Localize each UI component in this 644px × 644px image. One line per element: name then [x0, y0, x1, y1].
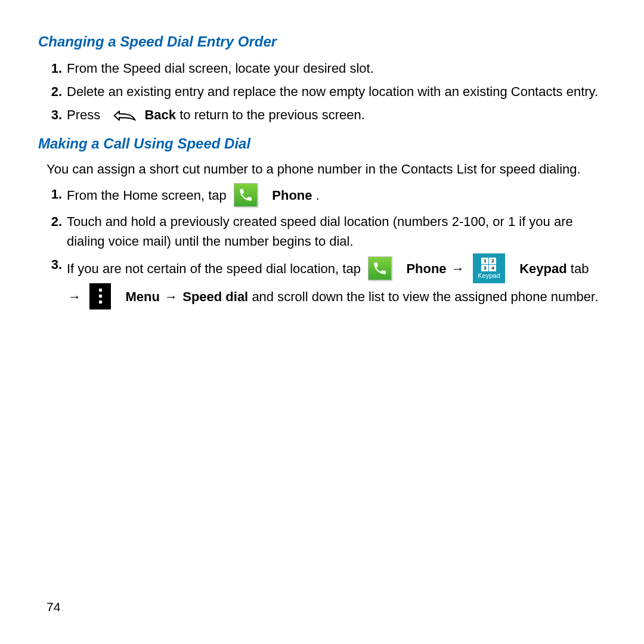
heading-making-call-speed-dial: Making a Call Using Speed Dial: [38, 135, 606, 152]
keypad-cell: 3: [481, 265, 488, 271]
step-number: 3.: [38, 255, 67, 274]
step-item: 3. Press Back to return to the previous …: [38, 105, 606, 125]
arrow-icon: →: [163, 289, 182, 304]
steps-list-section2: 1. From the Home screen, tap Phone . 2. …: [38, 184, 606, 311]
step-item: 2. Delete an existing entry and replace …: [38, 82, 606, 101]
step-text-pre: Press: [67, 107, 104, 122]
heading-changing-speed-dial-order: Changing a Speed Dial Entry Order: [38, 33, 606, 50]
menu-label: Menu: [126, 289, 160, 304]
step-text: From the Speed dial screen, locate your …: [67, 58, 606, 78]
step-text-post: to return to the previous screen.: [179, 107, 365, 122]
manual-page: Changing a Speed Dial Entry Order 1. Fro…: [0, 0, 644, 644]
phone-icon: [234, 183, 258, 207]
step-number: 2.: [38, 82, 67, 101]
keypad-tab-label: Keypad: [519, 261, 566, 276]
step-text: Press Back to return to the previous scr…: [67, 105, 606, 125]
step-text-pre: From the Home screen, tap: [67, 188, 230, 203]
keypad-label: Keypad: [478, 273, 500, 279]
step-item: 1. From the Speed dial screen, locate yo…: [38, 58, 606, 78]
arrow-icon: →: [67, 289, 86, 304]
tab-word: tab: [571, 261, 589, 276]
step-text: Touch and hold a previously created spee…: [67, 212, 606, 251]
step-number: 3.: [38, 105, 67, 125]
menu-icon: [89, 283, 111, 309]
back-icon: [107, 107, 137, 125]
step-text-post: .: [316, 188, 320, 203]
arrow-icon: →: [450, 261, 469, 276]
step-text: From the Home screen, tap Phone .: [67, 184, 606, 208]
step-text-bold: Back: [144, 107, 176, 122]
step-number: 1.: [38, 58, 67, 78]
keypad-icon: 1 2 3 4 Keypad: [473, 253, 505, 283]
step-item: 2. Touch and hold a previously created s…: [38, 212, 606, 251]
step-text-post: and scroll down the list to view the ass…: [252, 289, 598, 304]
speed-dial-label: Speed dial: [182, 289, 248, 304]
step-item: 3. If you are not certain of the speed d…: [38, 255, 606, 311]
page-number: 74: [47, 600, 60, 614]
steps-list-section1: 1. From the Speed dial screen, locate yo…: [38, 58, 606, 125]
keypad-cell: 1: [481, 258, 488, 264]
step-item: 1. From the Home screen, tap Phone .: [38, 184, 606, 208]
section2-intro: You can assign a short cut number to a p…: [47, 160, 606, 178]
keypad-cell: 2: [489, 258, 496, 264]
step-text-bold: Phone: [272, 188, 312, 203]
phone-label: Phone: [406, 261, 446, 276]
step-number: 1.: [38, 184, 67, 204]
phone-icon: [368, 256, 392, 280]
keypad-cell: 4: [489, 265, 496, 271]
step-text: Delete an existing entry and replace the…: [67, 82, 606, 101]
step-text-pre: If you are not certain of the speed dial…: [67, 261, 364, 276]
step-text: If you are not certain of the speed dial…: [67, 255, 606, 311]
step-number: 2.: [38, 212, 67, 231]
